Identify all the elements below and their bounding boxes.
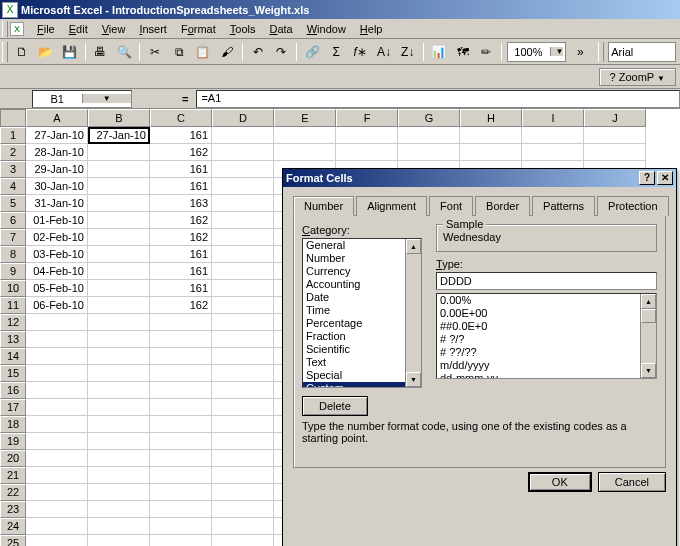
list-item[interactable]: Percentage bbox=[303, 317, 421, 330]
list-item[interactable]: Special bbox=[303, 369, 421, 382]
category-list[interactable]: GeneralNumberCurrencyAccountingDateTimeP… bbox=[302, 238, 422, 388]
cell[interactable]: 27-Jan-10 bbox=[26, 127, 88, 144]
map-icon[interactable]: 🗺 bbox=[452, 41, 474, 63]
cell[interactable] bbox=[26, 535, 88, 546]
cell[interactable]: 30-Jan-10 bbox=[26, 178, 88, 195]
drawing-icon[interactable]: ✏ bbox=[475, 41, 497, 63]
cell[interactable] bbox=[212, 161, 274, 178]
cell[interactable] bbox=[274, 144, 336, 161]
cell[interactable]: 161 bbox=[150, 161, 212, 178]
row-header[interactable]: 23 bbox=[0, 501, 26, 518]
row-header[interactable]: 15 bbox=[0, 365, 26, 382]
cell[interactable] bbox=[150, 450, 212, 467]
cell[interactable] bbox=[26, 348, 88, 365]
list-item[interactable]: m/dd/yyyy bbox=[437, 359, 656, 372]
cell[interactable] bbox=[212, 314, 274, 331]
cell[interactable]: 01-Feb-10 bbox=[26, 212, 88, 229]
cell[interactable]: 162 bbox=[150, 212, 212, 229]
ok-button[interactable]: OK bbox=[528, 472, 592, 492]
row-header[interactable]: 20 bbox=[0, 450, 26, 467]
cell[interactable] bbox=[88, 467, 150, 484]
copy-icon[interactable]: ⧉ bbox=[168, 41, 190, 63]
cell[interactable] bbox=[212, 263, 274, 280]
column-header[interactable]: E bbox=[274, 109, 336, 127]
row-header[interactable]: 19 bbox=[0, 433, 26, 450]
menu-data[interactable]: Data bbox=[262, 21, 299, 37]
row-header[interactable]: 3 bbox=[0, 161, 26, 178]
column-header[interactable]: J bbox=[584, 109, 646, 127]
cell[interactable] bbox=[88, 331, 150, 348]
paste-icon[interactable]: 📋 bbox=[192, 41, 214, 63]
cell[interactable] bbox=[150, 501, 212, 518]
cell[interactable] bbox=[212, 535, 274, 546]
cell[interactable] bbox=[150, 365, 212, 382]
cell[interactable] bbox=[336, 127, 398, 144]
cell[interactable] bbox=[88, 229, 150, 246]
list-item[interactable]: Scientific bbox=[303, 343, 421, 356]
cell[interactable] bbox=[522, 127, 584, 144]
open-icon[interactable]: 📂 bbox=[35, 41, 57, 63]
cell[interactable] bbox=[212, 399, 274, 416]
cell[interactable] bbox=[212, 467, 274, 484]
tab-number[interactable]: Number bbox=[293, 196, 354, 216]
row-header[interactable]: 1 bbox=[0, 127, 26, 144]
cell[interactable] bbox=[150, 535, 212, 546]
column-header[interactable]: I bbox=[522, 109, 584, 127]
cell[interactable] bbox=[460, 144, 522, 161]
format-toolbar-grip[interactable] bbox=[598, 42, 604, 62]
row-header[interactable]: 6 bbox=[0, 212, 26, 229]
scrollbar[interactable]: ▲▼ bbox=[640, 294, 656, 378]
row-header[interactable]: 2 bbox=[0, 144, 26, 161]
cell[interactable] bbox=[212, 331, 274, 348]
name-box[interactable]: B1▼ bbox=[32, 90, 132, 108]
column-header[interactable]: C bbox=[150, 109, 212, 127]
cell[interactable] bbox=[88, 484, 150, 501]
scrollbar[interactable]: ▲▼ bbox=[405, 239, 421, 387]
row-header[interactable]: 10 bbox=[0, 280, 26, 297]
cell[interactable] bbox=[212, 382, 274, 399]
cell[interactable] bbox=[88, 501, 150, 518]
column-header[interactable]: B bbox=[88, 109, 150, 127]
cell[interactable] bbox=[88, 518, 150, 535]
cell[interactable] bbox=[460, 127, 522, 144]
cell[interactable] bbox=[150, 416, 212, 433]
cell[interactable] bbox=[88, 416, 150, 433]
cell[interactable] bbox=[584, 127, 646, 144]
cell[interactable] bbox=[88, 263, 150, 280]
cell[interactable] bbox=[26, 433, 88, 450]
font-combo[interactable]: Arial bbox=[608, 42, 676, 62]
tab-alignment[interactable]: Alignment bbox=[356, 196, 427, 216]
cell[interactable] bbox=[584, 144, 646, 161]
redo-icon[interactable]: ↷ bbox=[271, 41, 293, 63]
hyperlink-icon[interactable]: 🔗 bbox=[301, 41, 323, 63]
tab-font[interactable]: Font bbox=[429, 196, 473, 216]
cell[interactable]: 31-Jan-10 bbox=[26, 195, 88, 212]
list-item[interactable]: 0.00% bbox=[437, 294, 656, 307]
cell[interactable]: 28-Jan-10 bbox=[26, 144, 88, 161]
cell[interactable] bbox=[88, 161, 150, 178]
row-header[interactable]: 9 bbox=[0, 263, 26, 280]
cell[interactable] bbox=[522, 144, 584, 161]
cell[interactable]: 27-Jan-10 bbox=[88, 127, 150, 144]
cell[interactable] bbox=[88, 314, 150, 331]
cell[interactable] bbox=[212, 280, 274, 297]
cell[interactable] bbox=[88, 144, 150, 161]
undo-icon[interactable]: ↶ bbox=[247, 41, 269, 63]
list-item[interactable]: dd-mmm-yy bbox=[437, 372, 656, 379]
list-item[interactable]: Text bbox=[303, 356, 421, 369]
list-item[interactable]: Time bbox=[303, 304, 421, 317]
menu-help[interactable]: Help bbox=[353, 21, 390, 37]
list-item[interactable]: # ??/?? bbox=[437, 346, 656, 359]
close-icon[interactable]: ✕ bbox=[657, 171, 673, 185]
cell[interactable] bbox=[212, 195, 274, 212]
cell[interactable] bbox=[212, 144, 274, 161]
cell[interactable] bbox=[212, 178, 274, 195]
tab-patterns[interactable]: Patterns bbox=[532, 196, 595, 216]
cell[interactable]: 161 bbox=[150, 178, 212, 195]
column-header[interactable]: H bbox=[460, 109, 522, 127]
cell[interactable] bbox=[26, 450, 88, 467]
list-item[interactable]: # ?/? bbox=[437, 333, 656, 346]
row-header[interactable]: 5 bbox=[0, 195, 26, 212]
cell[interactable] bbox=[88, 178, 150, 195]
cut-icon[interactable]: ✂ bbox=[144, 41, 166, 63]
